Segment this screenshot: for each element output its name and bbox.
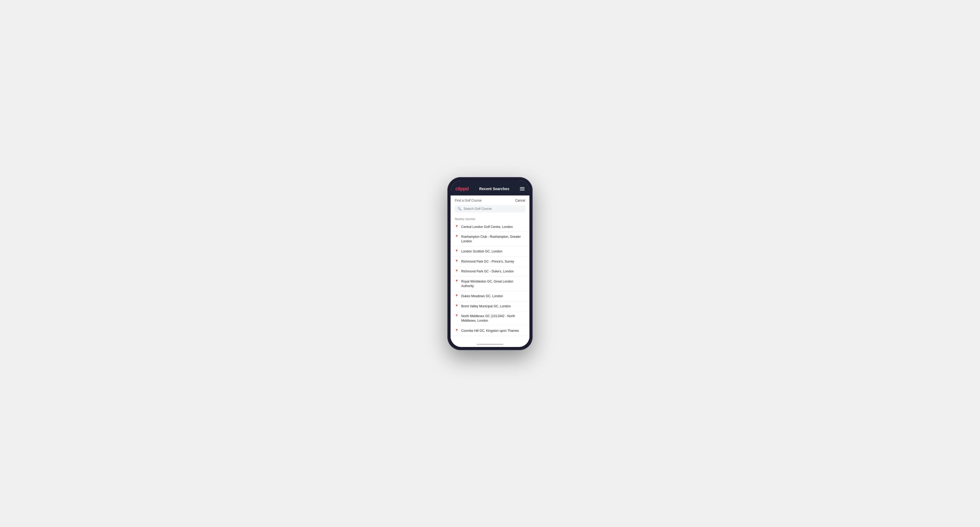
course-name: Richmond Park GC - Prince's, Surrey <box>461 259 514 264</box>
course-name: Central London Golf Centre, London <box>461 225 513 229</box>
find-label: Find a Golf Course <box>455 198 482 202</box>
course-list-item[interactable]: 📍 Central London Golf Centre, London <box>450 222 530 232</box>
main-content: Find a Golf Course Cancel 🔍 Nearby cours… <box>450 195 530 342</box>
location-pin-icon: 📍 <box>455 305 458 308</box>
location-pin-icon: 📍 <box>455 249 458 253</box>
course-name: Richmond Park GC - Duke's, London <box>461 269 514 274</box>
phone-screen: clippd Recent Searches Find a Golf Cours… <box>450 180 530 347</box>
page-title: Recent Searches <box>479 187 509 191</box>
status-bar <box>450 180 530 184</box>
location-pin-icon: 📍 <box>455 235 458 238</box>
phone-device: clippd Recent Searches Find a Golf Cours… <box>447 177 533 350</box>
course-name: North Middlesex GC (1011942 - North Midd… <box>461 314 525 323</box>
location-pin-icon: 📍 <box>455 279 458 283</box>
course-list-item[interactable]: 📍 Dukes Meadows GC, London <box>450 291 530 302</box>
course-name: London Scottish GC, London <box>461 249 502 254</box>
course-list-item[interactable]: 📍 Richmond Park GC - Duke's, London <box>450 267 530 277</box>
course-list-item[interactable]: 📍 Coombe Hill GC, Kingston upon Thames <box>450 326 530 336</box>
course-name: Dukes Meadows GC, London <box>461 294 503 298</box>
course-list-item[interactable]: 📍 London Scottish GC, London <box>450 247 530 257</box>
course-name: Brent Valley Municipal GC, London <box>461 304 511 309</box>
home-indicator <box>450 342 530 347</box>
home-bar <box>477 344 503 345</box>
course-name: Coombe Hill GC, Kingston upon Thames <box>461 329 519 333</box>
location-pin-icon: 📍 <box>455 294 458 298</box>
location-pin-icon: 📍 <box>455 329 458 332</box>
location-pin-icon: 📍 <box>455 225 458 229</box>
app-logo: clippd <box>455 186 469 192</box>
search-icon: 🔍 <box>458 207 461 211</box>
course-list-item[interactable]: 📍 Roehampton Club - Roehampton, Greater … <box>450 232 530 247</box>
nearby-section-label: Nearby courses <box>450 215 530 222</box>
location-pin-icon: 📍 <box>455 260 458 263</box>
search-input[interactable] <box>464 207 522 211</box>
find-header: Find a Golf Course Cancel <box>450 195 530 205</box>
cancel-button[interactable]: Cancel <box>515 198 525 202</box>
app-header: clippd Recent Searches <box>450 184 530 195</box>
course-list-item[interactable]: 📍 North Middlesex GC (1011942 - North Mi… <box>450 311 530 326</box>
course-list-item[interactable]: 📍 Brent Valley Municipal GC, London <box>450 302 530 311</box>
location-pin-icon: 📍 <box>455 270 458 273</box>
course-list: 📍 Central London Golf Centre, London 📍 R… <box>450 222 530 342</box>
course-list-item[interactable]: 📍 Richmond Park GC - Prince's, Surrey <box>450 257 530 267</box>
menu-line-3 <box>520 190 525 190</box>
course-name: Roehampton Club - Roehampton, Greater Lo… <box>461 235 525 244</box>
menu-line-1 <box>520 187 525 188</box>
search-bar[interactable]: 🔍 <box>454 205 526 213</box>
menu-icon[interactable] <box>520 187 525 190</box>
menu-line-2 <box>520 189 525 189</box>
course-list-item[interactable]: 📍 Royal Wimbledon GC, Great London Autho… <box>450 277 530 291</box>
course-name: Royal Wimbledon GC, Great London Authori… <box>461 279 525 288</box>
location-pin-icon: 📍 <box>455 314 458 318</box>
